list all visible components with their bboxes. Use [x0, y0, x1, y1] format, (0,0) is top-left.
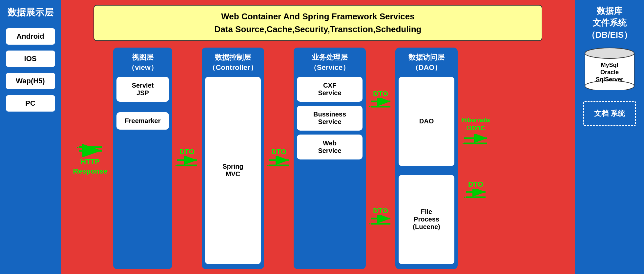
- svg-text:SqlServer: SqlServer: [596, 76, 623, 83]
- dto-double-arrow-bottom: [369, 215, 392, 227]
- sidebar-item-ios: IOS: [6, 51, 55, 67]
- http-response-arrow: [77, 141, 103, 157]
- doc-box: 文档 系统: [583, 101, 636, 126]
- svg-point-29: [585, 48, 634, 58]
- service-box-web: Web Service: [297, 135, 363, 159]
- view-panel: 视图层 （view） Servlet JSP Freemarker: [113, 48, 172, 269]
- dto-arrow-2: DTO: [264, 48, 294, 269]
- view-box-freemarker: Freemarker: [116, 112, 169, 130]
- dto-arrow-1: DTO: [172, 48, 202, 269]
- dto-double-arrow-1: [176, 156, 198, 169]
- http-response-label: HTTP Response: [73, 157, 107, 176]
- right-sidebar-title: 数据库 文件系统 （DB/EIS）: [587, 5, 633, 41]
- dto-arrows-service-dao: DTO: [366, 48, 395, 269]
- http-response-area: HTTP Response: [67, 48, 113, 269]
- controller-panel-title: 数据控制层 （Controller）: [208, 53, 257, 73]
- left-sidebar-title: 数据展示层: [8, 7, 53, 18]
- view-box-servlet: Servlet JSP: [116, 77, 169, 102]
- content-row: HTTP Response 视图层 （view） Servlet JSP Fre…: [67, 48, 569, 269]
- dao-box-dao: DAO: [399, 77, 454, 166]
- controller-box-spring-mvc: Spring MVC: [205, 77, 261, 264]
- hibernate-label: Hibernate /JDBC: [461, 116, 490, 132]
- svg-text:MySql: MySql: [601, 62, 618, 68]
- db-cylinder-svg: MySql Oracle SqlServer: [582, 47, 637, 90]
- service-box-cxf: CXF Service: [297, 77, 363, 102]
- top-banner-line1: Web Container And Spring Framework Servi…: [101, 10, 535, 23]
- sidebar-item-pc: PC: [6, 95, 55, 112]
- dto-double-arrow-2: [267, 156, 290, 169]
- svg-text:Oracle: Oracle: [600, 69, 619, 75]
- dto-double-arrow-top: [369, 98, 392, 110]
- service-box-bussiness: Bussiness Service: [297, 106, 363, 131]
- sidebar-item-wap: Wap(H5): [6, 73, 55, 89]
- db-cylinder-container: MySql Oracle SqlServer: [582, 47, 637, 91]
- top-banner-line2: Data Source,Cache,Security,Transction,Sc…: [101, 23, 535, 36]
- right-sidebar: 数据库 文件系统 （DB/EIS） MySql Oracle SqlServer…: [575, 0, 644, 274]
- dao-panel: 数据访问层 （DAO） DAO File Process (Lucene): [395, 48, 458, 269]
- dto-double-arrow-file: [464, 189, 487, 200]
- hibernate-area: Hibernate /JDBC DTO: [458, 48, 494, 269]
- hibernate-arrow: [463, 134, 489, 147]
- controller-panel: 数据控制层 （Controller） Spring MVC: [202, 48, 264, 269]
- left-sidebar: 数据展示层 Android IOS Wap(H5) PC: [0, 0, 61, 274]
- center-area: Web Container And Spring Framework Servi…: [61, 0, 575, 274]
- sidebar-item-android: Android: [6, 28, 55, 45]
- view-panel-title: 视图层 （view）: [128, 53, 158, 73]
- main-container: 数据展示层 Android IOS Wap(H5) PC Web Contain…: [0, 0, 644, 274]
- dao-box-file-process: File Process (Lucene): [399, 175, 454, 264]
- top-banner: Web Container And Spring Framework Servi…: [93, 5, 542, 41]
- dao-panel-title: 数据访问层 （DAO）: [408, 53, 445, 73]
- service-panel: 业务处理层 （Service） CXF Service Bussiness Se…: [294, 48, 366, 269]
- service-panel-title: 业务处理层 （Service）: [310, 53, 350, 73]
- doc-label: 文档 系统: [589, 109, 630, 118]
